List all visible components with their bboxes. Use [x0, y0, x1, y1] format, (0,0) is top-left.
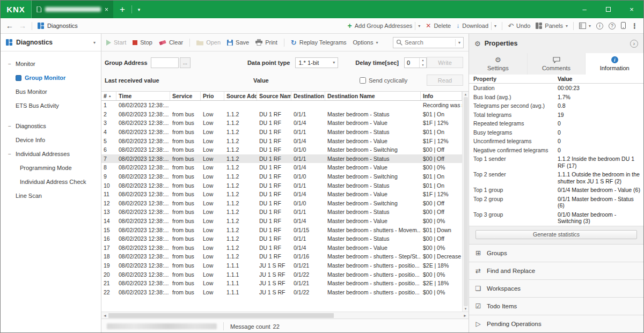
browse-button[interactable]: ...: [180, 57, 191, 68]
start-button[interactable]: Start: [106, 39, 126, 46]
send-cyclically-checkbox[interactable]: [360, 77, 366, 84]
spin-up-icon[interactable]: ▲: [420, 58, 426, 63]
col-service[interactable]: Service: [170, 92, 201, 100]
chevron-down-icon[interactable]: ▾: [418, 24, 420, 28]
replay-telegrams-button[interactable]: ↻ Replay Telegrams: [291, 39, 347, 46]
table-row[interactable]: 8 08/02/2023 12:38:... from bus Low 1.1.…: [101, 163, 462, 172]
save-button[interactable]: Save: [227, 39, 249, 46]
table-row[interactable]: 16 08/02/2023 12:38:... from bus Low 1.1…: [101, 234, 462, 243]
download-button[interactable]: ↓ Download ▾: [456, 22, 496, 30]
info-icon[interactable]: i: [596, 23, 603, 29]
table-row[interactable]: 18 08/02/2023 12:38:... from bus Low 1.1…: [101, 252, 462, 261]
add-group-addresses-button[interactable]: + Add Group Addresses ▾: [348, 22, 421, 30]
close-tab-icon[interactable]: ×: [105, 6, 108, 13]
table-row[interactable]: 19 08/02/2023 12:38:... from bus Low 1.1…: [101, 261, 462, 270]
minimize-button[interactable]: –: [573, 1, 596, 18]
send-cyclically-option[interactable]: Send cyclically: [360, 77, 407, 84]
tab-comments[interactable]: Comments: [528, 53, 586, 75]
read-button[interactable]: Read: [427, 75, 463, 86]
scrollbar-thumb[interactable]: [464, 97, 468, 306]
table-row[interactable]: 21 08/02/2023 12:38:... from bus Low 1.1…: [101, 279, 462, 288]
sidebar-item[interactable]: Individual Address Check: [1, 175, 101, 189]
clear-button[interactable]: Clear: [159, 39, 183, 46]
panel-item[interactable]: ▷ Pending Operations: [469, 315, 643, 333]
write-button[interactable]: Write: [427, 57, 463, 68]
table-row[interactable]: 14 08/02/2023 12:38:... from bus Low 1.1…: [101, 217, 462, 226]
tab-information[interactable]: i Information: [586, 53, 643, 75]
tab-list-chevron-down-icon[interactable]: ▾: [132, 1, 146, 18]
scroll-up-icon[interactable]: ▲: [464, 93, 467, 96]
options-button[interactable]: Options ▾: [353, 39, 378, 46]
table-row[interactable]: 10 08/02/2023 12:38:... from bus Low 1.1…: [101, 181, 462, 190]
sidebar-item[interactable]: Bus Monitor: [1, 85, 101, 99]
table-row[interactable]: 13 08/02/2023 12:38:... from bus Low 1.1…: [101, 208, 462, 217]
tree-toggle-icon[interactable]: −: [7, 61, 12, 67]
table-row[interactable]: 22 08/02/2023 12:38:... from bus Low 1.1…: [101, 287, 462, 297]
panel-item[interactable]: ❏ Workspaces: [469, 280, 643, 298]
col-prio[interactable]: Prio: [201, 92, 224, 100]
table-row[interactable]: 17 08/02/2023 12:38:... from bus Low 1.1…: [101, 243, 462, 253]
sidebar-header[interactable]: Diagnostics ▾: [1, 34, 101, 51]
table-row[interactable]: 6 08/02/2023 12:38:... from bus Low 1.1.…: [101, 145, 462, 154]
search-box[interactable]: ▾: [393, 37, 464, 48]
delete-button[interactable]: ✕ Delete: [426, 23, 451, 29]
scroll-right-icon[interactable]: ►: [463, 314, 467, 317]
scrollbar-thumb[interactable]: [108, 313, 334, 318]
chevron-down-icon[interactable]: ▾: [589, 24, 591, 28]
col-time[interactable]: Time: [116, 92, 170, 100]
close-window-button[interactable]: ×: [620, 1, 643, 18]
table-row[interactable]: 4 08/02/2023 12:38:... from bus Low 1.1.…: [101, 128, 462, 137]
table-row[interactable]: 7 08/02/2023 12:38:... from bus Low 1.1.…: [101, 154, 462, 164]
undo-button[interactable]: ↶ Undo: [508, 23, 530, 29]
table-row[interactable]: 9 08/02/2023 12:38:... from bus Low 1.1.…: [101, 172, 462, 181]
sidebar-item[interactable]: − Individual Addresses: [1, 147, 101, 161]
panel-item[interactable]: ⊞ Groups: [469, 245, 643, 262]
sidebar-item[interactable]: − Diagnostics: [1, 119, 101, 133]
table-row[interactable]: 15 08/02/2023 12:38:... from bus Low 1.1…: [101, 225, 462, 234]
help-icon[interactable]: ?: [609, 23, 616, 29]
table-row[interactable]: 1 08/02/2023 12:38:... Recording was st: [101, 101, 462, 110]
horizontal-scrollbar[interactable]: ◄ ►: [101, 312, 469, 319]
workspace-layout-button[interactable]: ▾: [579, 23, 591, 29]
tree-toggle-icon[interactable]: −: [7, 151, 12, 157]
breadcrumb[interactable]: Diagnostics: [38, 23, 78, 29]
tab-settings[interactable]: ⚙ Settings: [469, 53, 528, 75]
collapse-panel-chevron-right-icon[interactable]: ›: [630, 40, 638, 48]
table-row[interactable]: 5 08/02/2023 12:38:... from bus Low 1.1.…: [101, 136, 462, 145]
tree-toggle-icon[interactable]: −: [7, 123, 12, 129]
group-address-input[interactable]: [151, 57, 179, 68]
sidebar-item[interactable]: Programming Mode: [1, 161, 101, 175]
panel-item[interactable]: ⇄ Find and Replace: [469, 262, 643, 280]
stop-button[interactable]: Stop: [133, 39, 152, 46]
delay-time-stepper[interactable]: ▲ ▼: [404, 57, 427, 68]
forward-button[interactable]: →: [19, 21, 26, 30]
chevron-down-icon[interactable]: ▾: [455, 39, 460, 46]
project-tab[interactable]: ×: [32, 1, 113, 18]
table-header[interactable]: #▲ Time Service Prio Source Add Source N…: [101, 92, 469, 101]
spin-down-icon[interactable]: ▼: [420, 63, 426, 68]
maximize-button[interactable]: [596, 1, 620, 18]
delay-time-input[interactable]: [405, 58, 419, 68]
sidebar-item[interactable]: Group Monitor: [1, 71, 101, 85]
panels-button[interactable]: Panels ▾: [536, 23, 568, 29]
print-button[interactable]: Print: [255, 39, 277, 46]
chevron-down-icon[interactable]: ▾: [494, 24, 496, 28]
device-icon[interactable]: [621, 22, 626, 30]
more-options-kebab-icon[interactable]: ⋮: [631, 22, 638, 30]
table-row[interactable]: 11 08/02/2023 12:38:... from bus Low 1.1…: [101, 190, 462, 199]
sidebar-item[interactable]: Device Info: [1, 133, 101, 147]
sidebar-item[interactable]: ETS Bus Activity: [1, 99, 101, 113]
col-source-add[interactable]: Source Add: [224, 92, 257, 100]
col-source-name[interactable]: Source Name: [257, 92, 291, 100]
table-row[interactable]: 12 08/02/2023 12:38:... from bus Low 1.1…: [101, 199, 462, 208]
chevron-down-icon[interactable]: ▾: [93, 40, 96, 45]
table-row[interactable]: 20 08/02/2023 12:38:... from bus Low 1.1…: [101, 270, 462, 279]
chevron-down-icon[interactable]: ▾: [566, 24, 568, 28]
back-button[interactable]: ←: [6, 21, 13, 30]
table-row[interactable]: 2 08/02/2023 12:38:... from bus Low 1.1.…: [101, 110, 462, 119]
sidebar-item[interactable]: − Monitor: [1, 57, 101, 71]
scroll-left-icon[interactable]: ◄: [103, 314, 107, 317]
new-tab-button[interactable]: +: [113, 1, 131, 18]
data-point-type-select[interactable]: 1.* 1-bit ▾: [295, 57, 338, 68]
generate-statistics-button[interactable]: Generate statistics: [475, 230, 637, 239]
